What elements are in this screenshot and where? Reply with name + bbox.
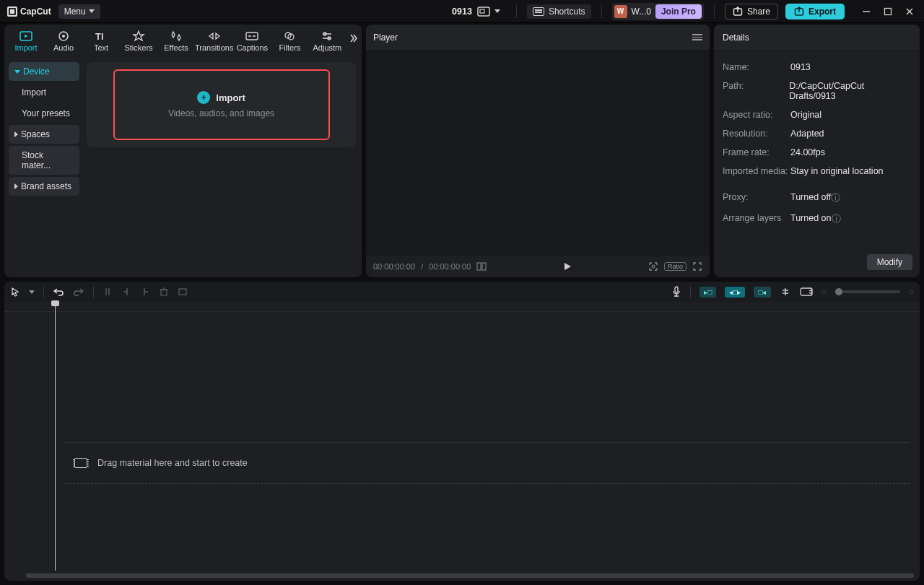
snap-start[interactable]: ▸□ [699, 287, 716, 298]
timeline-scrollbar[interactable] [26, 573, 914, 578]
svg-point-8 [62, 35, 65, 38]
play-button[interactable] [562, 261, 572, 272]
sidebar-item-spaces[interactable]: Spaces [9, 125, 79, 144]
drag-hint-zone[interactable]: Drag material here and start to create [66, 442, 910, 484]
svg-rect-15 [477, 263, 481, 270]
player-viewport[interactable] [366, 51, 710, 256]
menu-button[interactable]: Menu [58, 4, 100, 19]
sidebar-item-label: Import [22, 87, 46, 98]
brand: CapCut [7, 6, 51, 17]
detail-row-aspect: Aspect ratio:Original [723, 105, 911, 124]
detail-row-fps: Frame rate:24.00fps [723, 143, 911, 162]
tab-audio[interactable]: Audio [45, 28, 82, 55]
media-panel: Import Audio TIText Stickers Effects Tra… [4, 25, 362, 277]
share-label: Share [747, 6, 770, 17]
details-body: Name:0913 Path:D:/CapCut/CapCut Drafts/0… [714, 51, 920, 230]
align-button[interactable] [780, 287, 791, 297]
preview-toggle[interactable] [800, 287, 813, 297]
shortcuts-button[interactable]: Shortcuts [527, 4, 591, 19]
chevron-right-icon [14, 183, 18, 189]
sidebar-item-label: Your presets [22, 108, 70, 118]
close-button[interactable] [899, 4, 920, 20]
details-panel: Details Name:0913 Path:D:/CapCut/CapCut … [714, 25, 920, 277]
detail-row-layers: Arrange layersTurned onⓘ [723, 209, 911, 230]
trim-right-tool[interactable] [140, 287, 150, 297]
help-icon[interactable]: ⓘ [832, 213, 841, 225]
timeline-toolbar: ▸□ ◂□▸ □◂ ○ ○ [4, 282, 920, 302]
effects-icon [169, 30, 183, 42]
sidebar-item-presets[interactable]: Your presets [9, 104, 79, 123]
tab-stickers[interactable]: Stickers [120, 28, 157, 55]
join-pro-badge[interactable]: Join Pro [655, 4, 702, 19]
window-controls [856, 4, 920, 20]
chevron-down-icon [89, 9, 95, 13]
export-button[interactable]: Export [785, 4, 845, 20]
svg-text:TI: TI [95, 31, 104, 42]
tab-transitions[interactable]: Transitions [195, 28, 233, 55]
avatar: W [614, 5, 627, 18]
redo-button[interactable] [73, 287, 84, 297]
capcut-logo-icon [7, 6, 17, 17]
fullscreen-button[interactable] [692, 261, 702, 272]
tab-text[interactable]: TIText [82, 28, 120, 55]
zoom-out[interactable]: ○ [821, 287, 827, 297]
snap-end[interactable]: □◂ [754, 287, 770, 298]
undo-button[interactable] [53, 287, 64, 297]
sidebar-item-stock[interactable]: Stock mater... [9, 146, 79, 175]
app-root: CapCut Menu 0913 Shortcuts W W...0 Join … [0, 0, 924, 585]
import-row: + Import [197, 91, 245, 104]
svg-point-17 [652, 265, 655, 268]
scan-icon[interactable] [648, 261, 658, 272]
timeline-ruler[interactable] [4, 302, 920, 312]
detail-row-proxy: Proxy:Turned offⓘ [723, 188, 911, 209]
svg-rect-18 [161, 290, 167, 295]
sidebar-item-import[interactable]: Import [9, 83, 79, 102]
zoom-slider[interactable] [835, 290, 900, 293]
crop-tool[interactable] [178, 287, 188, 297]
import-tile[interactable]: + Import Videos, audios, and images [87, 62, 356, 147]
maximize-button[interactable] [878, 4, 898, 20]
detail-row-name: Name:0913 [723, 58, 911, 77]
delete-tool[interactable] [159, 287, 169, 297]
track-area[interactable]: Drag material here and start to create [4, 326, 920, 571]
sidebar-item-device[interactable]: Device [9, 62, 79, 81]
help-icon[interactable]: ⓘ [831, 192, 840, 204]
svg-rect-5 [885, 8, 892, 14]
pointer-tool[interactable] [10, 287, 20, 297]
tab-filters[interactable]: Filters [271, 28, 308, 55]
player-title: Player [373, 32, 398, 43]
ratio-button[interactable]: Ratio [664, 262, 687, 271]
sidebar-item-brand[interactable]: Brand assets [9, 177, 79, 196]
compare-icon[interactable] [476, 262, 487, 271]
modify-button[interactable]: Modify [867, 254, 912, 270]
tab-adjustment[interactable]: Adjustm [308, 28, 346, 55]
details-title: Details [723, 32, 749, 43]
user-label: W...0 [632, 6, 651, 17]
snap-center[interactable]: ◂□▸ [725, 287, 745, 298]
aspect-ratio-button[interactable] [471, 4, 506, 19]
minimize-button[interactable] [856, 4, 876, 20]
mic-button[interactable] [671, 286, 681, 298]
details-header: Details [714, 25, 920, 51]
tab-import[interactable]: Import [7, 28, 45, 55]
project-title: 0913 [452, 6, 472, 17]
user-pill[interactable]: W W...0 Join Pro [612, 3, 704, 20]
zoom-in[interactable]: ○ [909, 287, 914, 297]
separator [516, 5, 517, 18]
time-total: 00:00:00:00 [429, 262, 471, 271]
tab-effects[interactable]: Effects [157, 28, 195, 55]
split-tool[interactable] [103, 287, 113, 297]
share-button[interactable]: Share [725, 4, 778, 20]
more-tabs-button[interactable] [347, 32, 359, 43]
captions-icon [245, 30, 259, 42]
sidebar-item-label: Spaces [21, 129, 50, 139]
pointer-menu[interactable] [29, 290, 35, 294]
share-icon [733, 6, 743, 17]
timeline-body[interactable]: Drag material here and start to create [4, 302, 920, 571]
player-menu-button[interactable] [692, 34, 702, 40]
trim-left-tool[interactable] [121, 287, 131, 297]
title-right: Shortcuts W W...0 Join Pro Share Export [471, 3, 920, 20]
tab-captions[interactable]: Captions [233, 28, 271, 55]
sidebar-item-label: Device [23, 66, 50, 77]
export-label: Export [808, 6, 836, 17]
